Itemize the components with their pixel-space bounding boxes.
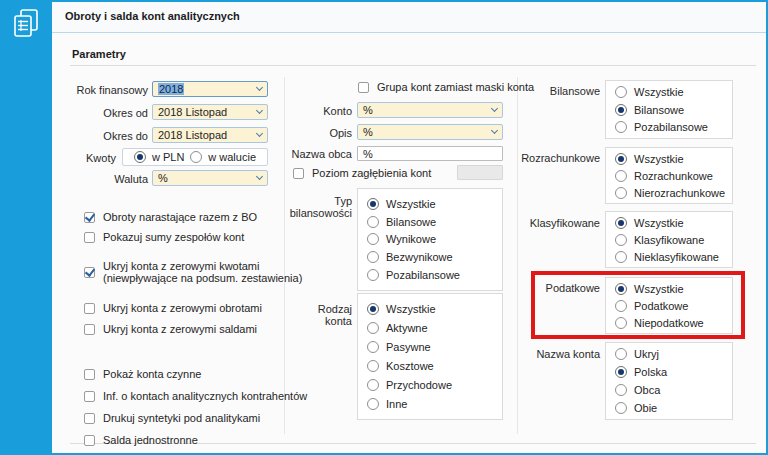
okres-od-label: Okres od [52, 107, 148, 119]
radio-option[interactable]: Aktywne [367, 319, 498, 338]
radio-option[interactable]: Ukryj [615, 345, 728, 363]
checkbox-icon [358, 82, 369, 93]
radio-icon [615, 283, 627, 295]
checkbox-inf-kontrahentow[interactable]: Inf. o kontach analitycznych kontrahentó… [84, 390, 307, 402]
radio-icon [367, 198, 379, 210]
radio-icon [367, 303, 379, 315]
radio-option-w-walucie[interactable]: w walucie [190, 151, 256, 163]
checkbox-pokazuj-sumy[interactable]: Pokazuj sumy zespołów kont [84, 231, 244, 243]
checkbox-icon [84, 435, 95, 446]
checkbox-ukryj-zerowe-salda[interactable]: Ukryj konta z zerowymi saldami [84, 323, 257, 335]
chevron-down-icon [491, 127, 498, 134]
waluta-label: Waluta [52, 173, 148, 185]
kwoty-radio-group: w PLN w walucie [122, 148, 268, 166]
radio-option[interactable]: Niepodatkowe [615, 314, 728, 331]
radio-option[interactable]: Pozabilansowe [615, 118, 728, 136]
radio-icon [367, 251, 379, 263]
typ-bilansowosci-label: Typbilansowości [255, 195, 352, 219]
checkbox-obroty-narastajace[interactable]: Obroty narastające razem z BO [84, 211, 257, 223]
okres-do-select[interactable]: 2018 Listopad [152, 127, 268, 143]
konto-value: % [363, 104, 373, 116]
radio-option[interactable]: Podatkowe [615, 297, 728, 314]
radio-icon [615, 234, 627, 246]
radio-option[interactable]: Pasywne [367, 338, 498, 357]
konto-select[interactable]: % [357, 102, 503, 118]
waluta-select[interactable]: % [152, 170, 268, 186]
radio-label: Klasyfikowane [634, 234, 704, 246]
radio-label: Bilansowe [386, 216, 436, 228]
radio-label: Przychodowe [386, 379, 452, 391]
podatkowe-radio-group: Wszystkie Podatkowe Niepodatkowe [605, 277, 733, 334]
radio-icon [367, 233, 379, 245]
radio-option[interactable]: Inne [367, 394, 498, 413]
checkbox-label: Pokaż konta czynne [103, 368, 201, 380]
radio-option[interactable]: Bilansowe [367, 213, 498, 231]
checkbox-icon [84, 212, 95, 223]
checkbox-ukryj-zerowe-obroty[interactable]: Ukryj konta z zerowymi obrotami [84, 302, 262, 314]
checkbox-salda-jednostronne[interactable]: Salda jednostronne [84, 434, 198, 446]
titlebar: Obroty i salda kont analitycznych [52, 0, 768, 33]
radio-icon [367, 360, 379, 372]
radio-option[interactable]: Wszystkie [615, 83, 728, 101]
radio-option[interactable]: Klasyfikowane [615, 231, 728, 248]
radio-label: Nierozrachunkowe [634, 187, 725, 199]
typ-bilansowosci-radio-group: Wszystkie Bilansowe Wynikowe Bezwynikowe… [357, 188, 503, 291]
radio-icon [615, 187, 627, 199]
radio-label: Wszystkie [634, 217, 684, 229]
checkbox-label: Drukuj syntetyki pod analitykami [103, 412, 260, 424]
klasyfikowane-radio-group: Wszystkie Klasyfikowane Nieklasyfikowane [605, 211, 733, 268]
radio-label: Bezwynikowe [386, 251, 453, 263]
radio-icon [615, 170, 627, 182]
radio-icon [615, 348, 627, 360]
radio-option[interactable]: Bilansowe [615, 101, 728, 119]
radio-icon [367, 398, 379, 410]
checkbox-poziom-zaglebienia[interactable]: Poziom zagłębienia kont [293, 167, 431, 179]
radio-option[interactable]: Wszystkie [615, 150, 728, 167]
checkbox-drukuj-syntetyki[interactable]: Drukuj syntetyki pod analitykami [84, 412, 260, 424]
checkbox-icon [84, 413, 95, 424]
checkbox-ukryj-zerowe-kwoty[interactable]: Ukryj konta z zerowymi kwotami(niewpływa… [84, 260, 302, 284]
radio-icon [367, 341, 379, 353]
radio-label: Wynikowe [386, 233, 436, 245]
window-title: Obroty i salda kont analitycznych [65, 0, 240, 33]
radio-option-w-pln[interactable]: w PLN [134, 151, 184, 163]
radio-option[interactable]: Wynikowe [367, 231, 498, 249]
radio-option[interactable]: Pozabilansowe [367, 266, 498, 284]
radio-option[interactable]: Wszystkie [615, 280, 728, 297]
klasyfikowane-label: Klasyfikowane [505, 217, 600, 229]
checkbox-pokaz-konta-czynne[interactable]: Pokaż konta czynne [84, 368, 201, 380]
radio-icon [615, 366, 627, 378]
radio-icon [615, 384, 627, 396]
chevron-down-icon [256, 84, 263, 91]
opis-select[interactable]: % [357, 124, 503, 140]
radio-icon [615, 121, 627, 133]
radio-option[interactable]: Polska [615, 363, 728, 381]
nazwa-obca-input[interactable]: % [357, 146, 503, 161]
radio-option[interactable]: Obca [615, 381, 728, 399]
okres-do-label: Okres do [52, 130, 148, 142]
params-section-title: Parametry [72, 48, 126, 60]
radio-label: Pozabilansowe [386, 269, 460, 281]
radio-option[interactable]: Wszystkie [615, 214, 728, 231]
checkbox-label: Obroty narastające razem z BO [103, 211, 257, 223]
radio-option[interactable]: Obie [615, 399, 728, 417]
radio-label: Obie [634, 402, 657, 414]
radio-label: Bilansowe [634, 104, 684, 116]
radio-option[interactable]: Rozrachunkowe [615, 167, 728, 184]
radio-option[interactable]: Wszystkie [367, 300, 498, 319]
rok-finansowy-select[interactable]: 2018 [152, 81, 268, 97]
radio-option[interactable]: Przychodowe [367, 375, 498, 394]
okres-od-select[interactable]: 2018 Listopad [152, 104, 268, 120]
checkbox-icon [84, 369, 95, 380]
radio-label: Pozabilansowe [634, 121, 708, 133]
radio-label: Inne [386, 398, 407, 410]
radio-option[interactable]: Nierozrachunkowe [615, 184, 728, 201]
rodzaj-konta-radio-group: Wszystkie Aktywne Pasywne Kosztowe Przyc… [357, 293, 503, 420]
nazwa-obca-value: % [363, 148, 373, 160]
radio-option[interactable]: Bezwynikowe [367, 248, 498, 266]
radio-option[interactable]: Nieklasyfikowane [615, 248, 728, 265]
radio-option[interactable]: Kosztowe [367, 356, 498, 375]
radio-option[interactable]: Wszystkie [367, 195, 498, 213]
radio-label: Obca [634, 384, 660, 396]
radio-icon [615, 251, 627, 263]
